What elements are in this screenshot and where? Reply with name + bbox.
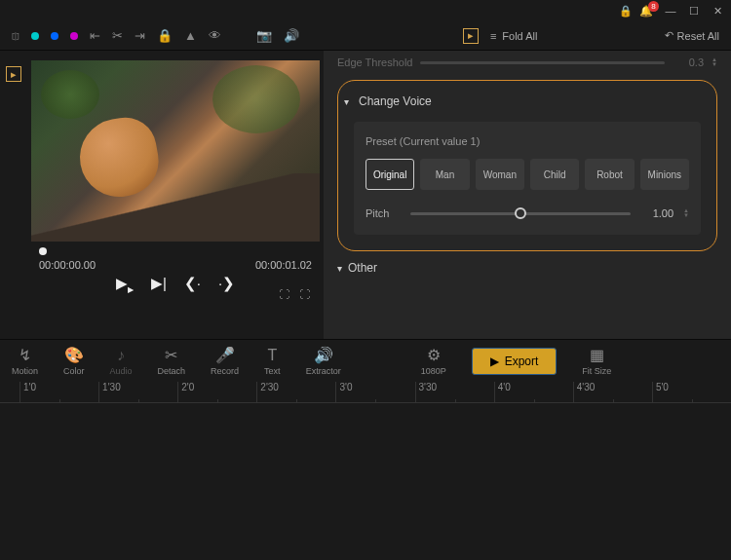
resolution-tool[interactable]: ⚙1080P <box>421 346 446 376</box>
fullscreen-icon[interactable]: ⛶ <box>299 288 310 300</box>
ruler-tick: 2'0 <box>177 382 256 402</box>
preset-child[interactable]: Child <box>530 159 579 190</box>
minimize-button[interactable]: — <box>665 5 676 17</box>
cut-start-icon[interactable]: ⇤ <box>90 28 100 43</box>
detach-icon: ✂ <box>165 346 177 364</box>
video-preview[interactable] <box>31 60 320 242</box>
fit-icon: ▦ <box>590 346 604 364</box>
detach-tool[interactable]: ✂Detach <box>158 346 186 376</box>
pitch-value: 1.00 <box>640 207 673 219</box>
ruler-tick: 4'0 <box>494 382 573 402</box>
volume-icon[interactable]: 🔊 <box>284 28 299 43</box>
split-icon[interactable]: ✂ <box>112 28 123 43</box>
eye-icon[interactable]: 👁 <box>209 28 221 43</box>
ruler-tick: 1'0 <box>19 382 98 402</box>
action-bar: ↯Motion 🎨Color ♪Audio ✂Detach 🎤Record TT… <box>0 339 731 382</box>
current-time: 00:00:00.00 <box>39 259 96 271</box>
export-button[interactable]: ▶Export <box>472 348 558 375</box>
panel-toggle-icon[interactable]: ▸ <box>463 28 479 44</box>
timeline-ruler[interactable]: 1'0 1'30 2'0 2'30 3'0 3'30 4'0 4'30 5'0 <box>0 382 731 403</box>
titlebar: 🔒 🔔 8 — ☐ ✕ <box>0 0 731 21</box>
reset-all-button[interactable]: ↶ Reset All <box>665 29 719 42</box>
total-time: 00:00:01.02 <box>255 259 312 271</box>
preset-minions[interactable]: Minions <box>640 159 689 190</box>
lock-tool-icon[interactable]: 🔒 <box>157 28 173 43</box>
toolbar: ⎅ ⇤ ✂ ⇥ 🔒 ▲ 👁 📷 🔊 ▸ ≡ Fold All ↶ Reset A… <box>0 21 731 51</box>
marker-cyan[interactable] <box>31 32 39 40</box>
step-forward-button[interactable]: ▶| <box>151 275 167 294</box>
palette-icon: 🎨 <box>64 346 84 364</box>
change-voice-section: Change Voice Preset (Current value 1) Or… <box>337 80 717 251</box>
library-icon[interactable]: ⎅ <box>12 28 19 43</box>
play-button[interactable]: ▶▶ <box>116 275 134 294</box>
preset-woman[interactable]: Woman <box>476 159 524 190</box>
maximize-button[interactable]: ☐ <box>688 5 700 17</box>
edge-threshold-stepper[interactable]: ▲▼ <box>712 57 717 67</box>
ruler-tick: 4'30 <box>573 382 652 402</box>
motion-icon: ↯ <box>19 346 31 364</box>
fold-all-button[interactable]: ≡ Fold All <box>490 30 538 42</box>
notification-bell-icon[interactable]: 🔔 8 <box>639 5 653 18</box>
text-icon: T <box>267 347 277 364</box>
record-tool[interactable]: 🎤Record <box>211 346 239 376</box>
snapshot-icon[interactable]: ⛶ <box>279 288 289 300</box>
pitch-slider[interactable] <box>410 212 631 215</box>
marker-blue[interactable] <box>51 32 58 40</box>
pitch-stepper[interactable]: ▲▼ <box>683 208 689 218</box>
reveal-icon[interactable]: ▲ <box>184 28 197 43</box>
preset-robot[interactable]: Robot <box>585 159 634 190</box>
ruler-tick: 2'30 <box>256 382 335 402</box>
motion-tool[interactable]: ↯Motion <box>12 346 38 376</box>
lock-icon[interactable]: 🔒 <box>620 5 632 17</box>
rail-panel-icon[interactable]: ▸ <box>6 66 21 82</box>
ruler-tick: 5'0 <box>652 382 731 402</box>
ruler-tick: 1'30 <box>98 382 177 402</box>
fold-icon: ≡ <box>490 30 496 42</box>
change-voice-header[interactable]: Change Voice <box>354 94 701 108</box>
preset-label: Preset (Current value 1) <box>366 135 689 147</box>
timeline: 1'0 1'30 2'0 2'30 3'0 3'30 4'0 4'30 5'0 <box>0 382 731 560</box>
edge-threshold-label: Edge Threshold <box>337 56 412 68</box>
undo-icon: ↶ <box>665 29 673 42</box>
preview-panel: 00:00:00.00 00:00:01.02 ▶▶ ▶| ❮· ·❯ ⛶ ⛶ <box>27 51 324 339</box>
fit-size-tool[interactable]: ▦Fit Size <box>582 346 611 376</box>
text-tool[interactable]: TText <box>264 347 281 376</box>
playhead-thumb[interactable] <box>39 247 47 255</box>
next-frame-button[interactable]: ·❯ <box>218 275 235 294</box>
export-icon: ▶ <box>490 355 499 368</box>
edge-threshold-slider[interactable] <box>420 61 665 64</box>
ruler-tick: 3'30 <box>415 382 494 402</box>
extractor-icon: 🔊 <box>314 346 333 364</box>
extractor-tool[interactable]: 🔊Extractor <box>306 346 341 376</box>
color-tool[interactable]: 🎨Color <box>63 346 85 376</box>
prev-frame-button[interactable]: ❮· <box>184 275 201 294</box>
cut-end-icon[interactable]: ⇥ <box>135 28 145 43</box>
edge-threshold-value: 0.3 <box>673 56 704 68</box>
preset-buttons: Original Man Woman Child Robot Minions <box>366 159 689 190</box>
preset-original[interactable]: Original <box>366 159 414 190</box>
mic-icon: 🎤 <box>215 346 235 364</box>
timeline-tracks[interactable] <box>0 403 731 559</box>
ruler-tick: 3'0 <box>335 382 414 402</box>
close-button[interactable]: ✕ <box>712 5 723 17</box>
marker-magenta[interactable] <box>70 32 78 40</box>
audio-tool[interactable]: ♪Audio <box>110 347 133 376</box>
pitch-slider-thumb[interactable] <box>515 207 526 219</box>
audio-icon: ♪ <box>117 347 125 364</box>
left-rail: ▸ <box>0 51 27 339</box>
pitch-label: Pitch <box>366 207 401 219</box>
other-section-header[interactable]: Other <box>337 261 717 275</box>
gear-icon: ⚙ <box>427 346 441 364</box>
preset-man[interactable]: Man <box>420 159 469 190</box>
playhead-track[interactable] <box>39 249 312 253</box>
camera-icon[interactable]: 📷 <box>256 28 272 43</box>
inspector-panel: Edge Threshold 0.3 ▲▼ Change Voice Prese… <box>324 51 731 339</box>
notification-badge: 8 <box>648 1 659 12</box>
